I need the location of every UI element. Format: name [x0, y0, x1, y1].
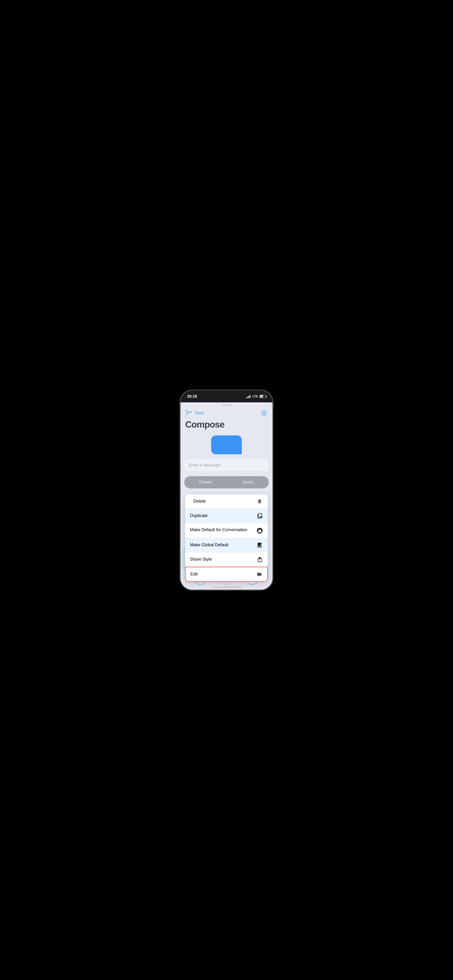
- menu-item-edit[interactable]: Edit: [185, 567, 268, 582]
- chevron-icon: ›: [190, 500, 191, 503]
- svg-point-14: [258, 573, 259, 574]
- menu-item-share-style[interactable]: Share Style: [185, 552, 268, 567]
- edit-icon: [256, 571, 263, 578]
- default-conversation-label: Make Default for Conversation: [190, 527, 247, 532]
- menu-item-duplicate[interactable]: Duplicate ↺: [185, 509, 268, 523]
- edit-label: Edit: [190, 572, 198, 577]
- menu-item-delete[interactable]: › Delete 🗑: [185, 494, 268, 509]
- global-default-label: Make Global Default: [190, 542, 228, 547]
- status-time: 20:16: [187, 394, 197, 399]
- duplicate-icon: ↺: [257, 512, 263, 519]
- svg-point-8: [260, 530, 261, 531]
- battery-icon: 61: [259, 395, 266, 398]
- app-content: Stats Compose Enter a Message Create Sen…: [180, 402, 273, 590]
- svg-text:↺: ↺: [260, 516, 263, 519]
- duplicate-label: Duplicate: [190, 513, 207, 518]
- svg-point-6: [257, 528, 263, 533]
- svg-point-15: [260, 574, 261, 575]
- svg-point-16: [258, 574, 260, 576]
- conversation-icon: [257, 527, 263, 534]
- signal-icon: [246, 395, 250, 398]
- battery-level: 61: [262, 395, 264, 398]
- status-icons: LTE 61: [246, 395, 266, 398]
- menu-item-global-default[interactable]: Make Global Default: [185, 538, 268, 552]
- share-style-label: Share Style: [190, 557, 212, 562]
- status-bar: 20:16 LTE 61: [180, 391, 273, 402]
- share-icon: [257, 556, 263, 563]
- svg-point-7: [258, 530, 260, 531]
- delete-label: Delete: [193, 499, 206, 504]
- dropdown-menu: › Delete 🗑 Duplicate ↺: [185, 494, 268, 582]
- global-default-icon: [257, 542, 263, 548]
- phone-frame: 20:16 LTE 61: [180, 391, 273, 590]
- trash-icon: 🗑: [257, 498, 263, 505]
- lte-label: LTE: [252, 395, 258, 398]
- menu-item-default-conversation[interactable]: Make Default for Conversation: [185, 523, 268, 538]
